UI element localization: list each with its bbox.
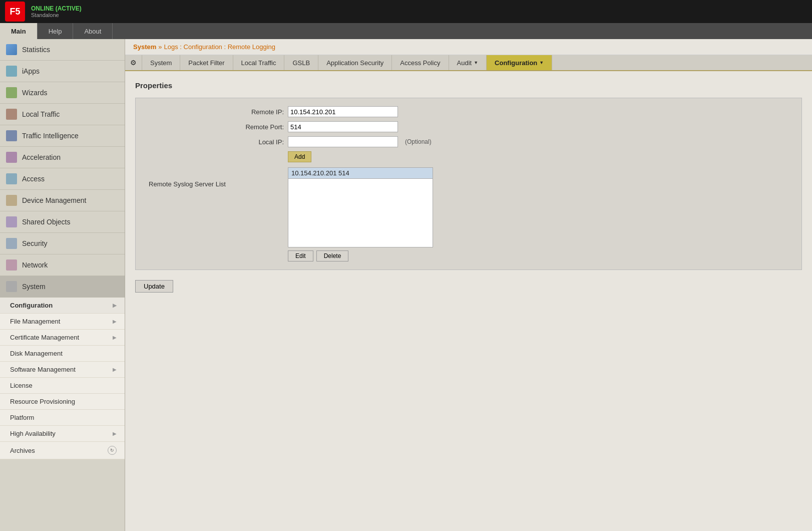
sidebar-item-acceleration[interactable]: Acceleration	[0, 147, 125, 168]
submenu-item-license[interactable]: License	[0, 378, 125, 394]
remote-ip-label: Remote IP:	[234, 108, 284, 116]
sidebar-item-system[interactable]: System	[0, 276, 125, 298]
sidebar-label-traffic-intelligence: Traffic Intelligence	[22, 132, 79, 140]
remote-port-input[interactable]	[288, 121, 398, 132]
remote-ip-input[interactable]	[288, 106, 398, 117]
sidebar-item-traffic-intelligence[interactable]: Traffic Intelligence	[0, 125, 125, 147]
shared-icon	[6, 216, 17, 227]
menu-item-packet-filter[interactable]: Packet Filter	[180, 55, 233, 70]
submenu-item-configuration[interactable]: Configuration ▶	[0, 298, 125, 314]
sidebar-label-security: Security	[22, 239, 48, 247]
nav-tabs: Main Help About	[0, 23, 812, 39]
submenu-label-certificate-management: Certificate Management	[10, 334, 79, 341]
update-section: Update	[135, 280, 802, 293]
network-icon	[6, 259, 17, 271]
system-icon	[6, 281, 17, 292]
sidebar-item-local-traffic[interactable]: Local Traffic	[0, 104, 125, 125]
device-mgmt-icon	[6, 195, 17, 206]
menu-item-local-traffic[interactable]: Local Traffic	[233, 55, 285, 70]
properties-box: Remote Syslog Server List Remote IP: Rem…	[135, 98, 802, 270]
submenu-item-software-management[interactable]: Software Management ▶	[0, 362, 125, 378]
top-menu: ⚙ System Packet Filter Local Traffic GSL…	[125, 55, 812, 71]
submenu-label-software-management: Software Management	[10, 366, 76, 373]
submenu-item-file-management[interactable]: File Management ▶	[0, 314, 125, 330]
layout: Statistics iApps Wizards Local Traffic T…	[0, 39, 812, 531]
content-area: Properties Remote Syslog Server List Rem…	[125, 71, 812, 531]
tab-main[interactable]: Main	[0, 23, 38, 39]
right-fields: Remote IP: Remote Port: Local IP: (Optio…	[234, 106, 793, 261]
sidebar-item-shared-objects[interactable]: Shared Objects	[0, 211, 125, 233]
sidebar-label-network: Network	[22, 261, 48, 269]
local-ip-row: Local IP: (Optional)	[234, 136, 793, 147]
submenu-label-resource-provisioning: Resource Provisioning	[10, 398, 75, 405]
sidebar-label-iapps: iApps	[22, 67, 40, 75]
f5-logo: F5	[5, 2, 25, 22]
iapps-icon	[6, 66, 17, 77]
submenu-item-high-availability[interactable]: High Availability ▶	[0, 426, 125, 442]
breadcrumb-system[interactable]: System	[133, 43, 156, 51]
submenu-arrow-high-availability: ▶	[113, 431, 117, 436]
remote-port-label: Remote Port:	[234, 123, 284, 131]
submenu-item-resource-provisioning[interactable]: Resource Provisioning	[0, 394, 125, 410]
submenu-arrow-configuration: ▶	[113, 303, 117, 308]
submenu-item-platform[interactable]: Platform	[0, 410, 125, 426]
submenu-arrow-software-management: ▶	[113, 367, 117, 372]
action-buttons: Edit Delete	[288, 250, 793, 261]
tab-about[interactable]: About	[73, 23, 113, 39]
local-traffic-icon	[6, 109, 17, 120]
sidebar-item-iapps[interactable]: iApps	[0, 61, 125, 82]
sidebar-item-device-management[interactable]: Device Management	[0, 190, 125, 211]
submenu-label-high-availability: High Availability	[10, 430, 56, 437]
acceleration-icon	[6, 152, 17, 163]
traffic-intel-icon	[6, 130, 17, 141]
breadcrumb-separator: »	[158, 43, 162, 51]
system-submenu: Configuration ▶ File Management ▶ Certif…	[0, 298, 125, 459]
tab-help[interactable]: Help	[38, 23, 74, 39]
sidebar-label-wizards: Wizards	[22, 89, 48, 97]
wizards-icon	[6, 87, 17, 98]
submenu-arrow-certificate-management: ▶	[113, 335, 117, 340]
local-ip-optional: (Optional)	[405, 138, 432, 145]
sidebar-item-access[interactable]: Access	[0, 168, 125, 190]
main-content: System » Logs : Configuration : Remote L…	[125, 39, 812, 531]
submenu-label-file-management: File Management	[10, 318, 60, 325]
submenu-item-certificate-management[interactable]: Certificate Management ▶	[0, 330, 125, 346]
update-button[interactable]: Update	[135, 280, 173, 293]
stats-icon	[6, 44, 17, 55]
sidebar-label-system: System	[22, 283, 46, 291]
sidebar-item-wizards[interactable]: Wizards	[0, 82, 125, 104]
local-ip-label: Local IP:	[234, 138, 284, 146]
menu-item-access-policy[interactable]: Access Policy	[392, 55, 449, 70]
menu-item-audit[interactable]: Audit	[449, 55, 487, 70]
sidebar-item-statistics[interactable]: Statistics	[0, 39, 125, 61]
properties-title: Properties	[135, 81, 802, 90]
server-list-item[interactable]: 10.154.210.201 514	[288, 168, 433, 179]
submenu-item-disk-management[interactable]: Disk Management	[0, 346, 125, 362]
menu-item-configuration[interactable]: Configuration	[487, 55, 552, 70]
sidebar-label-statistics: Statistics	[22, 46, 50, 54]
menu-item-gslb[interactable]: GSLB	[284, 55, 318, 70]
standalone-mode: Standalone	[31, 12, 82, 18]
gear-button[interactable]: ⚙	[125, 55, 142, 70]
sidebar-item-security[interactable]: Security	[0, 233, 125, 254]
menu-item-system[interactable]: System	[142, 55, 180, 70]
add-button[interactable]: Add	[288, 151, 311, 162]
archives-circle-icon: ↻	[108, 446, 117, 455]
sidebar-label-shared-objects: Shared Objects	[22, 218, 71, 226]
remote-port-row: Remote Port:	[234, 121, 793, 132]
submenu-arrow-file-management: ▶	[113, 319, 117, 324]
submenu-item-archives[interactable]: Archives ↻	[0, 442, 125, 459]
local-ip-input[interactable]	[288, 136, 398, 147]
security-icon	[6, 238, 17, 249]
remote-ip-row: Remote IP:	[234, 106, 793, 117]
submenu-label-license: License	[10, 382, 33, 389]
menu-item-application-security[interactable]: Application Security	[318, 55, 392, 70]
top-bar: F5 ONLINE (ACTIVE) Standalone	[0, 0, 812, 23]
edit-button[interactable]: Edit	[288, 250, 313, 261]
server-list-box[interactable]: 10.154.210.201 514	[288, 167, 433, 247]
delete-button[interactable]: Delete	[316, 250, 349, 261]
status-info: ONLINE (ACTIVE) Standalone	[31, 5, 82, 18]
breadcrumb: System » Logs : Configuration : Remote L…	[125, 39, 812, 55]
sidebar-item-network[interactable]: Network	[0, 254, 125, 276]
sidebar-label-local-traffic: Local Traffic	[22, 110, 60, 118]
